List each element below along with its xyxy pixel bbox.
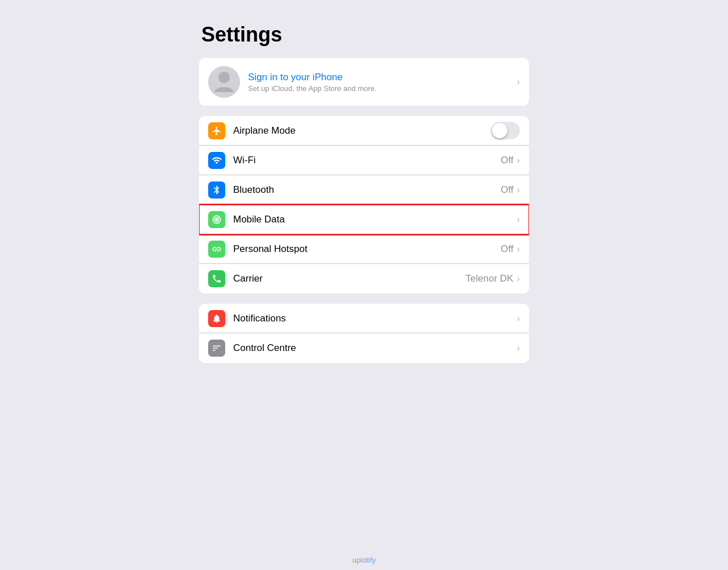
mobile-data-chevron: › [517, 214, 520, 225]
profile-chevron: › [517, 77, 520, 87]
wifi-value: Off [500, 155, 513, 166]
avatar [208, 66, 240, 98]
sign-in-subtitle: Set up iCloud, the App Store and more. [248, 84, 517, 93]
notifications-row[interactable]: Notifications › [199, 304, 529, 333]
mobile-data-row[interactable]: Mobile Data › [199, 205, 529, 234]
personal-hotspot-icon-bg [208, 241, 225, 258]
mobile-data-label: Mobile Data [233, 214, 517, 225]
section-gap-1 [199, 106, 529, 116]
notifications-label: Notifications [233, 313, 517, 324]
airplane-mode-toggle[interactable] [491, 122, 520, 139]
airplane-mode-row[interactable]: Airplane Mode [199, 116, 529, 146]
personal-hotspot-label: Personal Hotspot [233, 243, 500, 255]
carrier-icon [212, 274, 222, 284]
wifi-label: Wi-Fi [233, 155, 500, 166]
notifications-icon-bg [208, 310, 225, 327]
svg-point-0 [218, 72, 230, 83]
profile-text: Sign in to your iPhone Set up iCloud, th… [248, 72, 517, 93]
person-icon [214, 71, 234, 93]
personal-hotspot-row[interactable]: Personal Hotspot Off › [199, 234, 529, 264]
control-centre-row[interactable]: Control Centre › [199, 333, 529, 363]
wifi-icon [212, 155, 222, 166]
carrier-row[interactable]: Carrier Telenor DK › [199, 264, 529, 294]
airplane-mode-icon [208, 122, 225, 139]
mobile-data-icon-bg [208, 211, 225, 228]
notifications-icon [212, 313, 222, 324]
profile-card: Sign in to your iPhone Set up iCloud, th… [199, 58, 529, 106]
wifi-icon-bg [208, 152, 225, 169]
control-centre-icon [212, 343, 222, 353]
notifications-chevron: › [517, 313, 520, 324]
personal-hotspot-icon [212, 244, 222, 254]
settings-page: Settings Sign in to your iPhone Set up i… [199, 23, 529, 363]
toggle-knob [492, 123, 507, 138]
profile-row[interactable]: Sign in to your iPhone Set up iCloud, th… [199, 58, 529, 106]
watermark: uplotify [352, 556, 375, 564]
control-centre-chevron: › [517, 343, 520, 353]
airplane-mode-label: Airplane Mode [233, 125, 491, 137]
bluetooth-row[interactable]: Bluetooth Off › [199, 175, 529, 205]
svg-point-1 [216, 218, 218, 221]
wifi-row[interactable]: Wi-Fi Off › [199, 146, 529, 175]
network-settings-card: Airplane Mode Wi-Fi Off › Bluetooth [199, 116, 529, 294]
personal-hotspot-value: Off [500, 243, 513, 255]
sign-in-title: Sign in to your iPhone [248, 72, 517, 83]
bluetooth-value: Off [500, 184, 513, 196]
carrier-chevron: › [517, 274, 520, 284]
carrier-icon-bg [208, 270, 225, 287]
carrier-label: Carrier [233, 273, 466, 284]
section-gap-2 [199, 294, 529, 304]
control-centre-label: Control Centre [233, 342, 517, 354]
control-centre-icon-bg [208, 340, 225, 357]
wifi-chevron: › [517, 155, 520, 166]
carrier-value: Telenor DK [466, 273, 514, 284]
mobile-data-icon [212, 214, 222, 225]
watermark-highlight: otify [362, 556, 376, 564]
bluetooth-icon-bg [208, 181, 225, 199]
personal-hotspot-chevron: › [517, 244, 520, 254]
page-title: Settings [199, 23, 529, 47]
system-settings-card: Notifications › Control Centre › [199, 304, 529, 363]
bluetooth-icon [212, 185, 222, 195]
bluetooth-label: Bluetooth [233, 184, 500, 196]
airplane-icon [212, 126, 222, 136]
bluetooth-chevron: › [517, 185, 520, 195]
